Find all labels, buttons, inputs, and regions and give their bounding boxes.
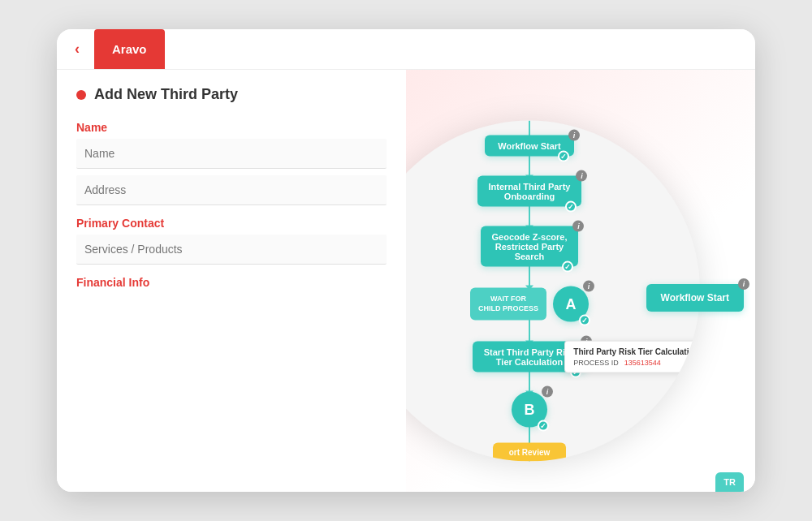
services-input[interactable] — [76, 235, 387, 265]
internal-onboard-check: ✓ — [565, 201, 577, 213]
arrow-4 — [529, 330, 530, 342]
tooltip-process-id: 135613544 — [624, 359, 661, 367]
tr-label: TR — [723, 477, 736, 487]
geocode-label: Geocode Z-score,Restricted PartySearch — [492, 232, 568, 261]
circle-b-check: ✓ — [538, 420, 549, 432]
name-section: Name — [76, 121, 387, 205]
primary-contact-label: Primary Contact — [76, 217, 387, 230]
arrow-5 — [529, 381, 530, 392]
address-input[interactable] — [76, 175, 387, 205]
financial-info-label: Financial Info — [76, 276, 387, 289]
workflow-panel: i Workflow Start ✓ i Internal Third Part… — [406, 70, 755, 492]
workflow-start-info-icon: i — [568, 130, 580, 141]
form-panel: Add New Third Party Name Primary Contact… — [57, 70, 406, 492]
workflow-start-box: i Workflow Start ✓ — [485, 136, 574, 157]
geocode-check: ✓ — [562, 261, 573, 273]
circle-b-info-icon: i — [542, 386, 553, 398]
circle-b-circle[interactable]: i B ✓ — [512, 392, 547, 428]
wait-row: WAIT FORCHILD PROCESS i A ✓ — [470, 286, 589, 322]
workflow-start-check: ✓ — [558, 151, 569, 162]
circle-a-node[interactable]: i A ✓ — [553, 286, 589, 322]
page-title-container: Add New Third Party — [76, 86, 387, 103]
workflow-start-node[interactable]: i Workflow Start ✓ — [485, 136, 574, 157]
geocode-box: i Geocode Z-score,Restricted PartySearch… — [481, 226, 579, 267]
geocode-node[interactable]: i Geocode Z-score,Restricted PartySearch… — [481, 226, 579, 267]
internal-onboard-info-icon: i — [576, 170, 587, 182]
tooltip-title: Third Party Risk Tier Calculations — [573, 347, 700, 356]
circle-a-info-icon: i — [583, 281, 594, 292]
brand-tab: Aravo — [94, 29, 165, 69]
back-button[interactable]: ‹ — [68, 39, 86, 59]
workflow-start-label: Workflow Start — [498, 141, 560, 151]
geocode-info-icon: i — [572, 221, 584, 232]
ws-outside-info-icon: i — [738, 278, 749, 290]
internal-onboard-box: i Internal Third PartyOnboarding ✓ — [477, 176, 582, 207]
circle-b-label: B — [525, 401, 535, 418]
ws-outside-label: Workflow Start — [661, 292, 729, 304]
risk-calc-tooltip: Third Party Risk Tier Calculations PROCE… — [564, 341, 700, 373]
name-label: Name — [76, 121, 387, 134]
circle-b-node[interactable]: i B ✓ — [512, 392, 547, 428]
financial-info-section: Financial Info — [76, 276, 387, 289]
arrow-1 — [529, 165, 530, 176]
wait-box[interactable]: WAIT FORCHILD PROCESS — [470, 288, 546, 320]
device-frame: ‹ Aravo Add New Third Party Name Primary… — [57, 29, 755, 492]
circle-a-check: ✓ — [579, 315, 590, 326]
workflow-start-outside[interactable]: i Workflow Start — [646, 284, 744, 312]
tooltip-process-id-label: PROCESS ID — [573, 359, 619, 367]
primary-contact-section: Primary Contact — [76, 217, 387, 265]
workflow-start-outside-box: i Workflow Start — [646, 284, 744, 312]
wait-label: WAIT FORCHILD PROCESS — [478, 295, 538, 312]
partial-yellow-node: ort Review — [493, 443, 566, 462]
circle-a-label: A — [566, 295, 577, 312]
tr-partial-box: TR — [715, 472, 744, 492]
internal-onboard-label: Internal Third PartyOnboarding — [489, 182, 571, 201]
risk-calc-node[interactable]: i Start Third Party RiskTier Calculation… — [473, 342, 586, 372]
internal-onboard-node[interactable]: i Internal Third PartyOnboarding ✓ — [477, 176, 582, 207]
arrow-2 — [529, 215, 530, 226]
name-input[interactable] — [76, 139, 387, 169]
main-area: Add New Third Party Name Primary Contact… — [57, 70, 755, 492]
yellow-box-label: ort Review — [493, 443, 566, 462]
risk-calc-label: Start Third Party RiskTier Calculation — [484, 347, 575, 367]
red-dot-indicator — [76, 90, 86, 100]
page-title: Add New Third Party — [94, 86, 238, 103]
tooltip-process-id-row: PROCESS ID 135613544 — [573, 358, 700, 367]
top-bar: ‹ Aravo — [57, 29, 755, 70]
yellow-label: ort Review — [509, 448, 551, 457]
arrow-3 — [529, 275, 530, 286]
